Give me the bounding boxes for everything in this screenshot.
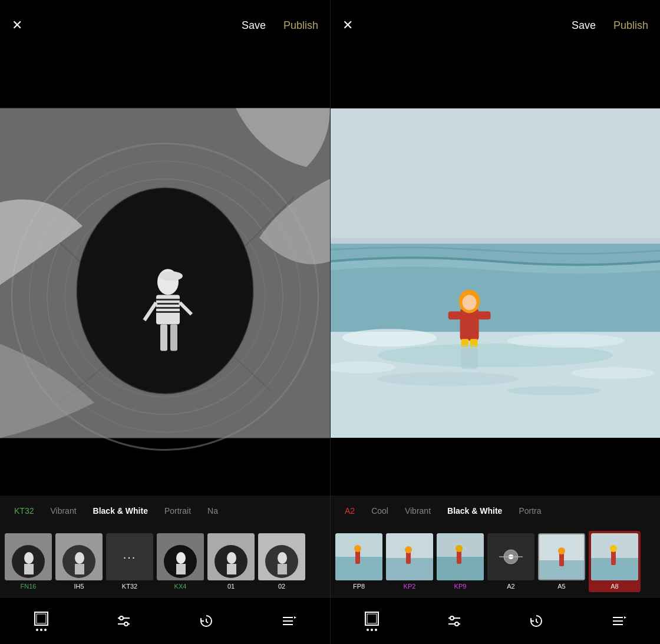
right-thumb-a5[interactable]: A5 bbox=[538, 533, 585, 590]
left-adjust-icon bbox=[116, 613, 131, 629]
svg-point-63 bbox=[507, 386, 601, 395]
right-thumb-a2-label: A2 bbox=[507, 583, 514, 590]
svg-point-88 bbox=[456, 545, 463, 552]
svg-rect-57 bbox=[331, 108, 660, 250]
left-thumb-ih5-label: IH5 bbox=[74, 583, 84, 590]
left-frames-icon bbox=[34, 611, 49, 626]
right-adjust-icon bbox=[447, 613, 462, 629]
svg-point-64 bbox=[342, 329, 437, 346]
left-close-button[interactable]: ✕ bbox=[12, 19, 22, 32]
right-thumb-kp2-label: KP2 bbox=[404, 583, 416, 590]
left-thumb-fn16-img bbox=[5, 533, 52, 580]
left-history-tool[interactable] bbox=[199, 613, 214, 629]
left-frames-dots bbox=[36, 629, 47, 631]
right-thumb-a8[interactable]: A8 bbox=[589, 531, 641, 592]
right-thumb-kp9-label: KP9 bbox=[454, 583, 467, 590]
svg-point-38 bbox=[227, 552, 236, 564]
left-thumb-01-label: 01 bbox=[227, 583, 235, 590]
right-thumb-a2[interactable]: A2 bbox=[487, 533, 534, 590]
svg-point-103 bbox=[450, 616, 454, 620]
left-filter-kt32[interactable]: KT32 bbox=[6, 506, 42, 516]
right-bottom-toolbar bbox=[331, 597, 660, 644]
left-publish-button[interactable]: Publish bbox=[283, 19, 318, 32]
right-filter-thumbs: FP8 KP2 KP9 A2 bbox=[331, 526, 660, 597]
right-thumb-a5-label: A5 bbox=[557, 583, 565, 590]
svg-point-80 bbox=[354, 545, 361, 552]
svg-line-51 bbox=[206, 622, 208, 623]
left-presets-tool[interactable] bbox=[281, 613, 296, 629]
right-save-button[interactable]: Save bbox=[572, 19, 596, 32]
svg-line-107 bbox=[536, 622, 538, 623]
svg-point-76 bbox=[461, 344, 478, 353]
right-filter-vibrant[interactable]: Vibrant bbox=[397, 506, 439, 516]
left-filter-bw[interactable]: Black & White bbox=[85, 506, 156, 516]
left-photo-area bbox=[0, 51, 330, 496]
left-thumb-01[interactable]: 01 bbox=[207, 533, 255, 590]
svg-rect-71 bbox=[448, 311, 461, 319]
right-frames-tool[interactable] bbox=[364, 611, 380, 631]
right-thumb-fp8[interactable]: FP8 bbox=[335, 533, 382, 590]
left-thumb-kt32[interactable]: ··· KT32 bbox=[106, 533, 153, 590]
right-thumb-fp8-label: FP8 bbox=[353, 583, 365, 590]
right-thumb-kp2[interactable]: KP2 bbox=[386, 533, 433, 590]
svg-point-49 bbox=[124, 622, 128, 626]
svg-point-84 bbox=[405, 546, 412, 553]
svg-rect-39 bbox=[227, 564, 236, 574]
svg-rect-72 bbox=[478, 311, 491, 319]
svg-rect-27 bbox=[24, 564, 34, 574]
left-filter-vibrant[interactable]: Vibrant bbox=[42, 506, 84, 516]
right-history-tool[interactable] bbox=[529, 613, 544, 629]
svg-point-67 bbox=[572, 367, 654, 379]
svg-point-34 bbox=[176, 552, 186, 564]
right-frames-icon bbox=[364, 611, 380, 626]
right-thumb-kp2-img bbox=[386, 533, 433, 580]
svg-point-47 bbox=[120, 616, 123, 620]
left-thumb-fn16[interactable]: FN16 bbox=[5, 533, 52, 590]
svg-point-21 bbox=[159, 272, 183, 281]
left-thumb-kx4[interactable]: KX4 bbox=[157, 533, 204, 590]
right-actions: Save Publish bbox=[572, 19, 648, 32]
left-filter-portrait[interactable]: Portrait bbox=[156, 506, 199, 516]
left-filter-bar: KT32 Vibrant Black & White Portrait Na bbox=[0, 496, 330, 526]
left-filter-na[interactable]: Na bbox=[199, 506, 226, 516]
left-save-button[interactable]: Save bbox=[242, 19, 266, 32]
left-thumb-01-img bbox=[207, 533, 255, 580]
svg-rect-35 bbox=[176, 564, 186, 574]
right-presets-tool[interactable] bbox=[611, 613, 626, 629]
left-thumb-02[interactable]: 02 bbox=[258, 533, 305, 590]
left-photo bbox=[0, 51, 330, 496]
right-thumb-kp9[interactable]: KP9 bbox=[437, 533, 484, 590]
svg-point-62 bbox=[378, 372, 519, 386]
right-panel: ✕ Save Publish bbox=[330, 0, 660, 644]
left-frames-tool[interactable] bbox=[34, 611, 49, 631]
right-filter-cool[interactable]: Cool bbox=[363, 506, 397, 516]
right-thumb-a8-img bbox=[591, 533, 638, 580]
right-thumb-a8-label: A8 bbox=[610, 583, 618, 590]
right-publish-button[interactable]: Publish bbox=[613, 19, 648, 32]
svg-rect-43 bbox=[278, 564, 287, 574]
left-thumb-ih5[interactable]: IH5 bbox=[55, 533, 103, 590]
right-thumb-a2-img bbox=[487, 533, 534, 580]
right-frames-dots bbox=[367, 629, 377, 631]
svg-rect-20 bbox=[170, 325, 177, 351]
left-thumb-kx4-label: KX4 bbox=[174, 583, 187, 590]
svg-marker-111 bbox=[624, 616, 626, 619]
svg-rect-19 bbox=[160, 325, 167, 351]
svg-point-65 bbox=[507, 333, 625, 348]
svg-point-26 bbox=[24, 552, 34, 564]
svg-point-99 bbox=[610, 545, 617, 552]
left-thumb-fn16-label: FN16 bbox=[21, 583, 37, 590]
right-filter-bw[interactable]: Black & White bbox=[439, 506, 510, 516]
right-photo bbox=[331, 51, 660, 496]
left-adjust-tool[interactable] bbox=[116, 613, 131, 629]
left-panel: ✕ Save Publish bbox=[0, 0, 330, 644]
svg-rect-68 bbox=[460, 308, 479, 341]
right-filter-portrait[interactable]: Portra bbox=[510, 506, 549, 516]
right-top-bar: ✕ Save Publish bbox=[331, 0, 660, 51]
svg-point-95 bbox=[558, 547, 565, 554]
right-close-button[interactable]: ✕ bbox=[342, 19, 353, 32]
svg-point-42 bbox=[278, 552, 287, 564]
right-filter-a2[interactable]: A2 bbox=[336, 506, 363, 516]
right-adjust-tool[interactable] bbox=[447, 613, 462, 629]
left-history-icon bbox=[199, 613, 214, 629]
